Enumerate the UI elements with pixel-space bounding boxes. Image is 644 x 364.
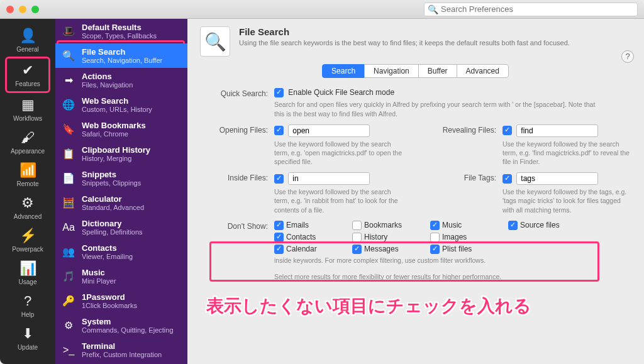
feature-item-dictionary[interactable]: AaDictionarySpelling, Definitions: [55, 215, 187, 240]
feature-icon: 🌐: [62, 98, 75, 112]
opening-files-keyword-input[interactable]: [288, 124, 370, 137]
dont-show-checkbox-history[interactable]: [352, 233, 362, 242]
dont-show-checkbox-label: Calendar: [286, 245, 317, 253]
quick-search-checkbox[interactable]: [274, 88, 284, 97]
dont-show-item[interactable]: Music: [430, 221, 506, 230]
leftnav-item-advanced[interactable]: ⚙Advanced: [5, 191, 50, 224]
inside-files-checkbox[interactable]: [274, 174, 284, 184]
leftnav-item-powerpack[interactable]: ⚡Powerpack: [5, 224, 50, 256]
feature-subtitle: Viewer, Emailing: [82, 253, 181, 260]
feature-item-default-results[interactable]: 🎩Default ResultsScope, Types, Fallbacks: [55, 19, 187, 43]
feature-title: Music: [82, 268, 181, 277]
feature-subtitle: History, Merging: [82, 155, 181, 162]
dont-show-item[interactable]: Bookmarks: [352, 221, 428, 230]
dont-show-item[interactable]: Source files: [508, 221, 584, 230]
dont-show-item[interactable]: Images: [430, 233, 506, 242]
feature-subtitle: Snippets, Clippings: [82, 179, 181, 187]
dont-show-checkbox-plist-files[interactable]: [430, 245, 440, 254]
dont-show-checkbox-images[interactable]: [430, 233, 440, 242]
feature-subtitle: 1Click Bookmarks: [82, 302, 181, 309]
search-icon: 🔍: [428, 4, 438, 14]
feature-title: Calculator: [82, 194, 181, 204]
category-sidebar: 👤General✔Features▦Workflows🖌Appearance📶R…: [0, 19, 55, 364]
page-subtitle: Using the file search keywords is the be…: [239, 39, 570, 47]
feature-title: Web Search: [82, 96, 181, 106]
feature-title: Default Results: [82, 23, 181, 32]
inside-files-hint: Use the keyword followed by the search t…: [274, 187, 403, 214]
feature-item-clipboard-history[interactable]: 📋Clipboard HistoryHistory, Merging: [55, 141, 187, 166]
feature-icon: 📋: [62, 147, 75, 161]
feature-item-actions[interactable]: ➡ActionsFiles, Navigation: [55, 68, 187, 92]
leftnav-item-remote[interactable]: 📶Remote: [5, 158, 50, 191]
dont-show-item[interactable]: Contacts: [274, 233, 350, 242]
tab-buffer[interactable]: Buffer: [418, 64, 457, 78]
feature-item-contacts[interactable]: 👥ContactsViewer, Emailing: [55, 240, 187, 264]
feature-item-music[interactable]: 🎵MusicMini Player: [55, 264, 187, 289]
leftnav-item-usage[interactable]: 📊Usage: [5, 256, 50, 289]
leftnav-label: Powerpack: [12, 246, 43, 253]
revealing-files-checkbox[interactable]: [502, 126, 512, 135]
feature-title: Terminal: [82, 341, 181, 351]
opening-files-checkbox[interactable]: [274, 126, 284, 135]
file-tags-keyword-input[interactable]: [516, 172, 598, 185]
leftnav-label: Features: [15, 80, 40, 87]
opening-files-label: Opening Files:: [200, 124, 274, 167]
leftnav-label: Remote: [16, 180, 38, 187]
feature-item-terminal[interactable]: >_TerminalPrefix, Custom Integration: [55, 338, 187, 362]
leftnav-item-workflows[interactable]: ▦Workflows: [5, 93, 50, 126]
feature-item-web-search[interactable]: 🌐Web SearchCustom, URLs, History: [55, 92, 187, 117]
dont-show-checkbox-contacts[interactable]: [274, 233, 284, 242]
dont-show-item[interactable]: Emails: [274, 221, 350, 230]
appearance-icon: 🖌: [5, 130, 50, 146]
dont-show-item[interactable]: Messages: [352, 245, 428, 254]
leftnav-label: Update: [18, 344, 38, 351]
feature-item-snippets[interactable]: 📄SnippetsSnippets, Clippings: [55, 166, 187, 190]
dont-show-item[interactable]: Calendar: [274, 245, 350, 254]
dont-show-checkbox-emails[interactable]: [274, 221, 284, 230]
dont-show-item[interactable]: History: [352, 233, 428, 242]
features-sidebar: 🎩Default ResultsScope, Types, Fallbacks🔍…: [55, 19, 187, 364]
feature-item-web-bookmarks[interactable]: 🔖Web BookmarksSafari, Chrome: [55, 117, 187, 141]
feature-item-calculator[interactable]: 🧮CalculatorStandard, Advanced: [55, 190, 187, 215]
feature-item-file-search[interactable]: 🔍File SearchSearch, Navigation, Buffer: [55, 43, 187, 68]
dont-show-checkbox-bookmarks[interactable]: [352, 221, 362, 230]
tab-advanced[interactable]: Advanced: [457, 64, 509, 78]
feature-subtitle: Standard, Advanced: [82, 204, 181, 211]
tab-search[interactable]: Search: [322, 64, 365, 78]
tab-bar: SearchNavigationBufferAdvanced: [200, 64, 631, 78]
inside-files-keyword-input[interactable]: [288, 172, 370, 185]
feature-item-1password[interactable]: 🔑1Password1Click Bookmarks: [55, 289, 187, 313]
result-limit-hint: Select more results for more flexibility…: [274, 273, 626, 280]
dont-show-checkbox-messages[interactable]: [352, 245, 362, 254]
close-window-button[interactable]: [6, 6, 14, 13]
dont-show-checkbox-label: History: [364, 233, 387, 241]
leftnav-item-appearance[interactable]: 🖌Appearance: [5, 126, 50, 158]
minimize-window-button[interactable]: [19, 6, 26, 13]
leftnav-item-help[interactable]: ?Help: [5, 289, 50, 322]
feature-subtitle: Scope, Types, Fallbacks: [82, 32, 181, 40]
main-panel: 🔍 File Search Using the file search keyw…: [187, 19, 644, 364]
feature-subtitle: Search, Navigation, Buffer: [82, 57, 181, 64]
leftnav-item-update[interactable]: ⬇Update: [5, 322, 50, 355]
zoom-window-button[interactable]: [31, 6, 39, 13]
leftnav-item-general[interactable]: 👤General: [5, 24, 50, 57]
feature-item-system[interactable]: ⚙SystemCommands, Quitting, Ejecting: [55, 313, 187, 338]
leftnav-item-features[interactable]: ✔Features: [5, 57, 50, 93]
help-button[interactable]: ?: [621, 50, 634, 63]
quick-search-hint: Search for and open files very quickly i…: [274, 100, 601, 118]
dont-show-checkbox-label: Images: [442, 233, 467, 241]
dont-show-checkbox-music[interactable]: [430, 221, 440, 230]
dont-show-item[interactable]: Plist files: [430, 245, 506, 254]
file-tags-checkbox[interactable]: [502, 174, 512, 184]
dont-show-checkbox-source-files[interactable]: [508, 221, 518, 230]
workflows-icon: ▦: [5, 97, 50, 113]
revealing-files-keyword-input[interactable]: [516, 124, 598, 137]
search-preferences-input[interactable]: [424, 3, 638, 16]
tab-navigation[interactable]: Navigation: [364, 64, 419, 78]
opening-files-hint: Use the keyword followed by the search t…: [274, 140, 403, 167]
feature-icon: 📄: [62, 172, 75, 185]
leftnav-label: Advanced: [14, 213, 42, 220]
dont-show-checkbox-calendar[interactable]: [274, 245, 284, 254]
leftnav-label: General: [16, 46, 39, 53]
dont-show-checkbox-label: Music: [442, 221, 462, 229]
